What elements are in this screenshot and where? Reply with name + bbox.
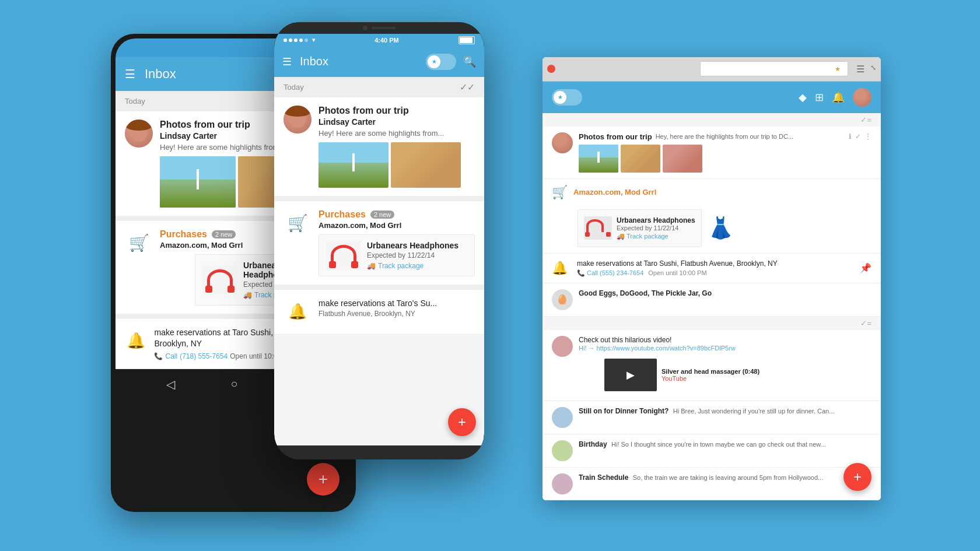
ios-fab-button[interactable]: + xyxy=(448,408,476,436)
desktop-email-train[interactable]: Train Schedule So, the train we are taki… xyxy=(542,468,881,500)
desktop-email-purchases[interactable]: 🛒 Amazon.com, Mod Grrl Urb xyxy=(542,179,881,254)
desktop-headphones-name: Urbanears Headphones xyxy=(617,216,695,224)
home-button[interactable]: ○ xyxy=(230,377,237,391)
ios-toggle-knob: ★ xyxy=(428,55,440,68)
expand-icon[interactable]: ⤡ xyxy=(870,64,876,75)
browser-menu-icon[interactable]: ☰ xyxy=(856,64,864,75)
desktop-birthday-content: Birthday Hi! So I thought since you're i… xyxy=(579,440,872,448)
check-icon[interactable]: ✓ xyxy=(855,132,861,141)
desktop-email-taro[interactable]: 🔔 make reservations at Taro Sushi, Flatb… xyxy=(542,254,881,283)
ios-check-all[interactable]: ✓✓ xyxy=(460,82,475,93)
notifications-icon[interactable]: 🔔 xyxy=(832,91,845,104)
ios-purchases[interactable]: 🛒 Purchases 2 new Amazon.com, Mod Grrl xyxy=(274,201,484,285)
taro-call-link[interactable]: 📞 Call (555) 234-7654 xyxy=(577,269,643,277)
apps-icon[interactable]: ⊞ xyxy=(815,91,824,104)
desktop-birthday-subject: Birthday xyxy=(579,440,607,448)
signal-dots: ▾ xyxy=(284,37,315,43)
wifi-icon: ▾ xyxy=(312,37,315,43)
video-thumbnail-row: ▶ Silver and head massager (0:48) YouTub… xyxy=(579,355,872,395)
back-button[interactable]: ◁ xyxy=(166,377,175,391)
purchases-badge: 2 new xyxy=(212,230,236,238)
bookmark-icon[interactable]: ◆ xyxy=(799,91,807,104)
desktop-email-header-1: Photos from our trip Hey, here are the h… xyxy=(579,132,843,141)
ios-track-link[interactable]: 🚚 Track package xyxy=(367,262,459,270)
phone-number: (718) 555-7654 xyxy=(180,352,228,360)
desktop-track-link[interactable]: 🚚 Track package xyxy=(617,233,695,240)
ios-inbox-title: Inbox xyxy=(300,55,426,68)
desktop-email-actions-1: ℹ ✓ ⋮ xyxy=(849,132,872,141)
desktop-video-thumb[interactable]: ▶ xyxy=(604,359,657,391)
ios-email-photos[interactable]: Photos from our trip Lindsay Carter Hey!… xyxy=(274,97,484,196)
desktop-headphones-img xyxy=(584,216,612,240)
today-label: Today xyxy=(125,97,145,106)
headphone-left xyxy=(205,286,212,293)
check-area-2-icon[interactable]: ✓= xyxy=(860,319,872,328)
headphones-image xyxy=(202,265,237,294)
desktop-purchases-cards: Urbanears Headphones Expected by 11/22/1… xyxy=(578,209,736,247)
check-all-desktop[interactable]: ✓= xyxy=(860,115,872,124)
taro-actions: 📞 Call (555) 234-7654 Open until 10:00 P… xyxy=(577,269,854,277)
phone-icon: 📞 xyxy=(154,352,163,360)
ios-track-label: Track package xyxy=(378,262,424,270)
ios-purchases-badge: 2 new xyxy=(370,210,394,219)
ios-menu-icon[interactable]: ☰ xyxy=(282,55,292,68)
desktop-taro-title: make reservations at Taro Sushi, Flatbus… xyxy=(577,259,854,268)
headphones-visual xyxy=(202,265,237,294)
more-icon[interactable]: ⋮ xyxy=(864,132,872,141)
desktop-email-dinner[interactable]: Still on for Dinner Tonight? Hi Bree, Ju… xyxy=(542,401,881,434)
ios-product-card[interactable]: Urbanears Headphones Expected by 11/22/1… xyxy=(318,234,475,276)
desktop-video-content: Check out this hilarious video! Hi! → ht… xyxy=(579,336,872,395)
user-avatar[interactable] xyxy=(853,88,872,107)
desktop-email-video[interactable]: Check out this hilarious video! Hi! → ht… xyxy=(542,330,881,401)
cart-icon: 🛒 xyxy=(125,229,153,257)
ios-headphone-body xyxy=(331,245,356,266)
ios-reminder[interactable]: 🔔 make reservations at Taro's Su... Flat… xyxy=(274,290,484,335)
desktop-photo-dc xyxy=(579,145,618,173)
desktop-lindsay-avatar xyxy=(552,132,573,153)
ios-notch-bar xyxy=(356,23,402,33)
ios-purchases-header: Purchases 2 new xyxy=(318,209,475,220)
desktop-check-area-top: ✓= xyxy=(542,113,881,127)
ios-truck-icon: 🚚 xyxy=(367,262,376,270)
dress-container: 👗 xyxy=(706,209,736,247)
desktop-track-label: Track package xyxy=(626,233,668,240)
ios-time: 4:40 PM xyxy=(374,37,399,44)
ios-email-preview: Hey! Here are some highlights from... xyxy=(318,129,475,138)
desktop-truck-icon: 🚚 xyxy=(617,233,625,240)
desktop-app-bar: ★ ◆ ⊞ 🔔 xyxy=(542,82,881,113)
ios-headphones-visual xyxy=(326,241,361,270)
desktop-browser: ★ ☰ ⤡ ★ ◆ ⊞ 🔔 xyxy=(542,57,881,500)
hamburger-icon[interactable]: ☰ xyxy=(125,67,135,81)
ios-product-name: Urbanears Headphones xyxy=(367,241,459,250)
close-window-button[interactable] xyxy=(547,65,555,73)
desktop-email-goodeggs[interactable]: 🥚 Good Eggs, DoGood, The Pickle Jar, Go xyxy=(542,283,881,317)
ios-search-icon[interactable]: 🔍 xyxy=(463,55,476,68)
desktop-fab-button[interactable]: + xyxy=(844,463,872,491)
pin-icon[interactable]: 📌 xyxy=(860,262,872,273)
ios-email-subject: Photos from our trip xyxy=(318,106,475,116)
desktop-train-preview: So, the train we are taking is leaving a… xyxy=(633,474,824,481)
headphone-right xyxy=(228,286,235,293)
star-bookmark[interactable]: ★ xyxy=(835,65,841,73)
address-bar[interactable]: ★ xyxy=(700,61,848,76)
reminder-icon: 🔔 xyxy=(125,327,147,355)
desktop-subject-1: Photos from our trip xyxy=(579,132,652,141)
desktop-check-area-2: ✓= xyxy=(542,317,881,330)
ios-top-bar: ☰ Inbox ★ 🔍 xyxy=(274,47,484,77)
desktop-knob: ★ xyxy=(554,91,566,104)
taro-open-status: Open until 10:00 PM xyxy=(648,269,706,277)
desktop-email-birthday[interactable]: Birthday Hi! So I thought since you're i… xyxy=(542,434,881,468)
desktop-video-subject: Check out this hilarious video! xyxy=(579,336,872,344)
ios-email-content: Photos from our trip Lindsay Carter Hey!… xyxy=(318,106,475,188)
desktop-email-photos[interactable]: Photos from our trip Hey, here are the h… xyxy=(542,127,881,179)
desktop-headphones-card[interactable]: Urbanears Headphones Expected by 11/22/1… xyxy=(578,209,702,247)
inbox-title: Inbox xyxy=(145,66,285,82)
info-icon[interactable]: ℹ xyxy=(849,132,852,141)
desktop-fab-icon: + xyxy=(853,469,862,485)
desktop-toggle[interactable]: ★ xyxy=(552,89,582,106)
desktop-headphones-date: Expected by 11/22/14 xyxy=(617,224,695,231)
ios-sweep-toggle[interactable]: ★ xyxy=(426,54,456,70)
truck-icon: 🚚 xyxy=(243,291,252,299)
desktop-train-avatar xyxy=(552,473,573,494)
desktop-amazon-label: Amazon.com, Mod Grrl xyxy=(573,188,656,196)
